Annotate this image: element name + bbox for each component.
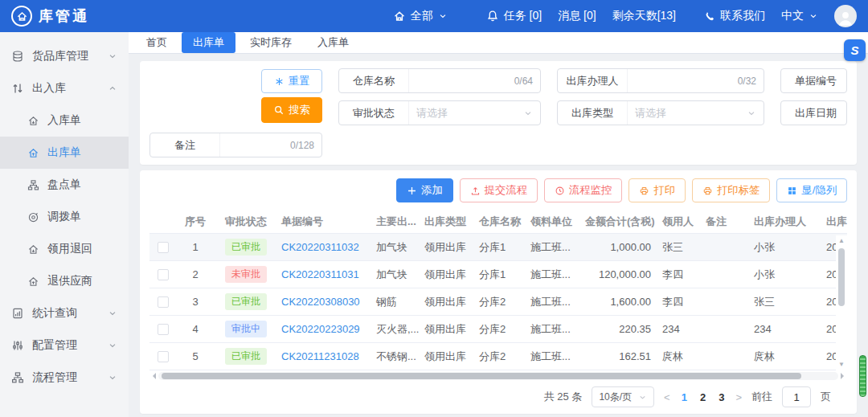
search-button[interactable]: 搜索 bbox=[261, 97, 322, 123]
user-avatar[interactable] bbox=[834, 5, 857, 27]
sidebar-item-inbound-order[interactable]: 入库单 bbox=[0, 104, 129, 137]
col-header-unit[interactable]: 领料单位 bbox=[527, 215, 582, 229]
sidebar-item-stocktaking-order[interactable]: 盘点单 bbox=[0, 169, 129, 201]
tab-inbound-order[interactable]: 入库单 bbox=[306, 32, 360, 53]
filter-actions: 重置 搜索 bbox=[149, 68, 322, 125]
row-checkbox[interactable] bbox=[158, 269, 169, 280]
remark-field[interactable]: 备注 0/128 bbox=[149, 133, 322, 157]
sidebar-item-transfer-order[interactable]: 调拨单 bbox=[0, 201, 129, 233]
approval-status-select[interactable]: 请选择 bbox=[408, 101, 540, 125]
page-number-3[interactable]: 3 bbox=[717, 391, 726, 403]
scroll-right-arrow[interactable] bbox=[841, 373, 847, 379]
doc-number-link[interactable]: CK20211231028 bbox=[278, 350, 373, 362]
remark-input[interactable]: 0/128 bbox=[219, 133, 321, 157]
language-selector[interactable]: 中文 bbox=[781, 9, 818, 23]
sidebar-item-return-to-supplier[interactable]: 退供应商 bbox=[0, 265, 129, 297]
tab-realtime-stock[interactable]: 实时库存 bbox=[239, 32, 303, 53]
warehouse-name-input[interactable]: 0/64 bbox=[408, 69, 540, 92]
contact-us-link[interactable]: 联系我们 bbox=[703, 9, 765, 23]
amount: 220.35 bbox=[582, 323, 659, 335]
scope-selector[interactable]: 全部 bbox=[393, 9, 448, 23]
next-page-button[interactable]: > bbox=[735, 391, 742, 403]
print-button[interactable]: 打印 bbox=[628, 178, 686, 202]
sitemap-icon bbox=[27, 179, 39, 191]
doc-number-link[interactable]: CK20220311032 bbox=[278, 241, 373, 253]
outbound-type-field[interactable]: 出库类型 请选择 bbox=[557, 100, 764, 125]
tab-home[interactable]: 首页 bbox=[135, 32, 178, 53]
table-horizontal-scrollbar[interactable] bbox=[149, 371, 847, 381]
submit-flow-button[interactable]: 提交流程 bbox=[460, 178, 538, 202]
prev-page-button[interactable]: < bbox=[664, 391, 670, 403]
outbound-type: 领用出库 bbox=[421, 322, 476, 337]
scroll-left-arrow[interactable] bbox=[149, 373, 156, 379]
col-header-amount[interactable]: 金额合计(含税) bbox=[582, 215, 659, 229]
table-vertical-scrollbar[interactable]: ▲ ▼ bbox=[836, 235, 847, 370]
horizontal-scrollbar-track[interactable] bbox=[158, 372, 838, 380]
add-button[interactable]: 添加 bbox=[396, 178, 453, 202]
horizontal-scrollbar-thumb[interactable] bbox=[162, 373, 801, 379]
tab-outbound-order[interactable]: 出库单 bbox=[182, 32, 235, 53]
sidebar-item-label: 入库单 bbox=[47, 113, 81, 128]
sidebar-item-workflow-management[interactable]: 流程管理 bbox=[0, 362, 129, 394]
tasks-link[interactable]: 任务 [0] bbox=[486, 9, 542, 23]
show-hide-columns-button[interactable]: 显/隐列 bbox=[776, 178, 847, 202]
warehouse-name-field[interactable]: 仓库名称 0/64 bbox=[338, 68, 541, 93]
col-header-warehouse[interactable]: 仓库名称 bbox=[476, 215, 527, 229]
sidebar-item-goods-management[interactable]: 货品库管理 bbox=[0, 40, 129, 72]
col-header-main-item[interactable]: 主要出... bbox=[373, 215, 421, 229]
col-header-remark[interactable]: 备注 bbox=[702, 215, 751, 229]
service-widget-button[interactable]: S bbox=[844, 39, 866, 61]
sidebar-item-statistics-query[interactable]: 统计查询 bbox=[0, 297, 129, 329]
page-number-2[interactable]: 2 bbox=[698, 391, 707, 403]
scroll-up-arrow[interactable]: ▲ bbox=[838, 237, 845, 245]
goto-page-input[interactable] bbox=[782, 386, 811, 407]
col-header-handler[interactable]: 出库办理人 bbox=[751, 215, 823, 229]
sidebar-item-label: 出库单 bbox=[47, 145, 81, 160]
contact-label: 联系我们 bbox=[720, 9, 765, 23]
doc-number-link[interactable]: CK20220308030 bbox=[278, 296, 373, 308]
doc-number-field[interactable]: 单据编号 0/32 bbox=[780, 68, 847, 93]
page-size-select[interactable]: 10条/页 bbox=[592, 386, 654, 407]
sidebar-item-in-out[interactable]: 出入库 bbox=[0, 72, 129, 104]
doc-number-link[interactable]: CK20220223029 bbox=[278, 323, 373, 335]
outbound-date-field[interactable]: 出库日期 - bbox=[780, 100, 847, 125]
row-checkbox[interactable] bbox=[158, 351, 169, 362]
table-row[interactable]: 4 审批中 CK20220223029 灭火器,... 领用出库 分库2 施工班… bbox=[149, 316, 847, 343]
reset-button[interactable]: 重置 bbox=[261, 69, 322, 93]
col-header-approval-status[interactable]: 审批状态 bbox=[214, 215, 278, 229]
col-header-recipient[interactable]: 领用人 bbox=[659, 215, 702, 229]
sidebar-item-label: 货品库管理 bbox=[32, 49, 88, 63]
outbound-handler-input[interactable]: 0/32 bbox=[627, 69, 764, 92]
table-row[interactable]: 3 已审批 CK20220308030 钢筋 领用出库 分库2 施工班... 1… bbox=[149, 288, 847, 316]
days-left[interactable]: 剩余天数[13] bbox=[612, 9, 676, 23]
sidebar-item-outbound-order[interactable]: 出库单 bbox=[0, 137, 129, 169]
handler: 小张 bbox=[751, 240, 823, 255]
app-body: 货品库管理 出入库 入库单 出库单 盘点单 调拨单 领用退回 bbox=[0, 32, 868, 417]
approval-status-field[interactable]: 审批状态 请选择 bbox=[338, 100, 541, 125]
handler: 张三 bbox=[751, 295, 823, 309]
row-checkbox[interactable] bbox=[158, 324, 169, 335]
table-row[interactable]: 5 已审批 CK20211231028 不锈钢... 领用出库 分库2 施工班.… bbox=[149, 343, 847, 370]
vertical-scrollbar-thumb[interactable] bbox=[838, 248, 845, 306]
sidebar-item-config-management[interactable]: 配置管理 bbox=[0, 329, 129, 362]
scroll-down-arrow[interactable]: ▼ bbox=[838, 361, 845, 369]
sidebar-item-requisition-return[interactable]: 领用退回 bbox=[0, 233, 129, 265]
print-tag-button[interactable]: 打印标签 bbox=[692, 178, 770, 202]
page-number-1[interactable]: 1 bbox=[680, 391, 689, 403]
table-row[interactable]: 2 未审批 CK20220311031 加气块 领用出库 分库1 施工班... … bbox=[149, 261, 847, 288]
messages-link[interactable]: 消息 [0] bbox=[558, 9, 596, 23]
flow-monitor-button[interactable]: 流程监控 bbox=[544, 178, 622, 202]
table-row[interactable]: 1 已审批 CK20220311032 加气块 领用出库 分库1 施工班... … bbox=[149, 234, 847, 261]
col-header-doc-number[interactable]: 单据编号 bbox=[278, 215, 373, 229]
app-logo[interactable]: 库管通 bbox=[11, 6, 89, 27]
outbound-handler-field[interactable]: 出库办理人 0/32 bbox=[557, 68, 764, 93]
col-header-date[interactable]: 出库日期 bbox=[823, 215, 847, 229]
outbound-type-select[interactable]: 请选择 bbox=[627, 101, 764, 125]
doc-number-link[interactable]: CK20220311031 bbox=[278, 268, 373, 280]
doc-number-label: 单据编号 bbox=[781, 74, 847, 88]
col-header-outbound-type[interactable]: 出库类型 bbox=[421, 215, 476, 229]
row-checkbox[interactable] bbox=[158, 242, 169, 253]
col-header-index[interactable]: 序号 bbox=[177, 215, 214, 229]
house-out-icon bbox=[27, 147, 39, 159]
row-checkbox[interactable] bbox=[158, 296, 169, 308]
